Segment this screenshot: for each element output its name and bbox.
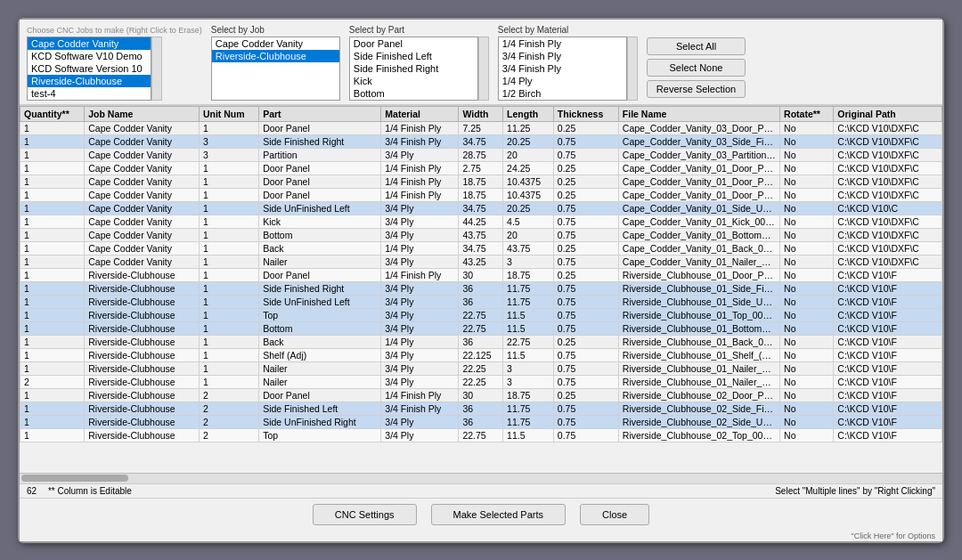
close-button[interactable]: Close (580, 504, 649, 525)
table-cell: Riverside-Clubhouse (85, 402, 200, 415)
table-cell: 1 (199, 121, 258, 134)
toolbar: Choose CNC Jobs to make (Right Click to … (20, 20, 942, 105)
side-buttons: Select All Select None Reverse Selection (647, 25, 746, 98)
table-row[interactable]: 1Riverside-Clubhouse1Bottom3/4 Ply22.751… (20, 321, 942, 335)
table-row[interactable]: 1Cape Codder Vanity3Side Finished Right3… (20, 134, 942, 148)
table-row[interactable]: 1Cape Codder Vanity1Door Panel1/4 Finish… (20, 188, 942, 201)
table-row[interactable]: 1Cape Codder Vanity1Door Panel1/4 Finish… (20, 174, 942, 188)
select-by-part-list[interactable]: Door PanelSide Finished LeftSide Finishe… (349, 37, 478, 101)
table-header: Quantity**Job NameUnit NumPartMaterialWi… (20, 106, 942, 121)
table-cell: No (780, 255, 834, 268)
table-row[interactable]: 1Riverside-Clubhouse2Side UnFinished Rig… (20, 415, 942, 428)
table-cell: Bottom (259, 228, 381, 241)
select-by-material-item[interactable]: 1/4 Ply (499, 75, 626, 87)
table-row[interactable]: 1Riverside-Clubhouse1Top3/4 Ply22.7511.5… (20, 308, 942, 321)
select-by-part-item[interactable]: Side Finished Right (350, 62, 477, 75)
table-row[interactable]: 1Riverside-Clubhouse1Shelf (Adj)3/4 Ply2… (20, 348, 942, 361)
table-cell: 1 (20, 174, 85, 188)
job-list-item[interactable]: test-4 (28, 87, 151, 100)
table-row[interactable]: 1Riverside-Clubhouse1Door Panel1/4 Finis… (20, 268, 942, 281)
table-cell: 11.5 (503, 308, 554, 321)
table-row[interactable]: 1Riverside-Clubhouse1Side Finished Right… (20, 281, 942, 295)
select-by-material-item[interactable]: 1/4 Finish Ply (499, 37, 626, 50)
table-row[interactable]: 1Cape Codder Vanity1Back1/4 Ply34.7543.7… (20, 241, 942, 255)
table-cell: 22.75 (503, 335, 554, 348)
table-cell: 1 (20, 228, 85, 241)
select-by-material-item[interactable]: 1/2 Birch (499, 87, 626, 100)
part-list-scrollbar[interactable] (478, 37, 489, 101)
hscroll-thumb[interactable] (21, 475, 128, 482)
select-by-part-item[interactable]: Kick (350, 75, 477, 87)
job-list-item[interactable]: Riverside-Clubhouse (28, 75, 151, 87)
table-row[interactable]: 1Riverside-Clubhouse1Nailer3/4 Ply22.253… (20, 361, 942, 375)
job-list[interactable]: Cape Codder VanityKCD Software V10 DemoK… (27, 37, 151, 101)
select-by-part-item[interactable]: Door Panel (350, 37, 477, 50)
select-none-button[interactable]: Select None (647, 59, 746, 77)
table-cell: Door Panel (259, 161, 381, 174)
select-by-material-label: Select by Material (498, 25, 638, 35)
cnc-settings-button[interactable]: CNC Settings (313, 504, 417, 525)
table-row[interactable]: 1Riverside-Clubhouse2Top3/4 Ply22.7511.5… (20, 428, 942, 442)
make-parts-button[interactable]: Make Selected Parts (431, 504, 567, 525)
table-cell: 0.75 (553, 375, 618, 388)
job-list-item[interactable]: KCD Software Version 10 (28, 62, 151, 75)
table-row[interactable]: 1Riverside-Clubhouse1Back1/4 Ply3622.750… (20, 335, 942, 348)
data-table-container[interactable]: Quantity**Job NameUnit NumPartMaterialWi… (20, 105, 942, 473)
job-list-item[interactable]: Cape Codder Vanity (28, 37, 151, 50)
table-cell: 1/4 Finish Ply (381, 161, 459, 174)
select-by-job-list[interactable]: Cape Codder VanityRiverside-Clubhouse (211, 37, 340, 101)
table-row[interactable]: 1Cape Codder Vanity1Bottom3/4 Ply43.7520… (20, 228, 942, 241)
table-row[interactable]: 1Cape Codder Vanity1Side UnFinished Left… (20, 201, 942, 215)
table-cell: C:\KCD V10\DXF\C (834, 215, 942, 228)
table-cell: 3 (199, 134, 258, 148)
table-cell: 1 (199, 174, 258, 188)
header-row: Quantity**Job NameUnit NumPartMaterialWi… (20, 106, 942, 121)
table-row[interactable]: 1Cape Codder Vanity1Nailer3/4 Ply43.2530… (20, 255, 942, 268)
select-by-material-list[interactable]: 1/4 Finish Ply3/4 Finish Ply3/4 Finish P… (498, 37, 627, 101)
table-cell: 1 (20, 121, 85, 134)
reverse-selection-button[interactable]: Reverse Selection (647, 80, 746, 98)
table-cell: 1 (20, 134, 85, 148)
table-row[interactable]: 1Cape Codder Vanity3Partition3/4 Ply28.7… (20, 148, 942, 161)
table-cell: Cape_Codder_Vanity_01_Door_Panel_001F.dx… (618, 161, 779, 174)
table-cell: 1 (20, 215, 85, 228)
table-cell: 0.75 (553, 428, 618, 442)
select-all-button[interactable]: Select All (647, 37, 746, 55)
table-cell: 0.75 (553, 348, 618, 361)
table-row[interactable]: 1Cape Codder Vanity1Kick3/4 Ply44.254.50… (20, 215, 942, 228)
table-cell: Riverside_Clubhouse_02_Door_Panel_001F.d… (618, 388, 779, 402)
table-row[interactable]: 1Riverside-Clubhouse2Door Panel1/4 Finis… (20, 388, 942, 402)
table-cell: 0.75 (553, 415, 618, 428)
job-list-scrollbar[interactable] (151, 37, 162, 101)
table-cell: 11.75 (503, 295, 554, 308)
table-cell: 1 (199, 361, 258, 375)
table-row[interactable]: 1Riverside-Clubhouse1Side UnFinished Lef… (20, 295, 942, 308)
material-list-scrollbar[interactable] (627, 37, 638, 101)
table-cell: C:\KCD V10\DXF\C (834, 188, 942, 201)
table-cell: Riverside_Clubhouse_02_Top_001F.dxf (618, 428, 779, 442)
table-cell: No (780, 428, 834, 442)
select-by-part-item[interactable]: Side Finished Left (350, 50, 477, 62)
table-row[interactable]: 1Cape Codder Vanity1Door Panel1/4 Finish… (20, 121, 942, 134)
select-by-part-item[interactable]: Bottom (350, 87, 477, 100)
horizontal-scrollbar[interactable] (20, 473, 942, 483)
select-by-material-item[interactable]: 3/4 Finish Ply (499, 50, 626, 62)
job-list-container: Cape Codder VanityKCD Software V10 DemoK… (27, 37, 202, 101)
select-by-job-item[interactable]: Cape Codder Vanity (212, 37, 339, 50)
table-row[interactable]: 2Riverside-Clubhouse1Nailer3/4 Ply22.253… (20, 375, 942, 388)
table-cell: 36 (459, 402, 503, 415)
table-cell: C:\KCD V10\F (834, 402, 942, 415)
table-cell: C:\KCD V10\C (834, 201, 942, 215)
table-cell: 28.75 (459, 148, 503, 161)
select-by-material-item[interactable]: 3/4 Finish Ply (499, 62, 626, 75)
select-by-job-item[interactable]: Riverside-Clubhouse (212, 50, 339, 62)
table-cell: 0.75 (553, 228, 618, 241)
table-cell: 0.75 (553, 255, 618, 268)
table-cell: Door Panel (259, 188, 381, 201)
select-by-material-section: Select by Material 1/4 Finish Ply3/4 Fin… (498, 25, 638, 101)
table-row[interactable]: 1Cape Codder Vanity1Door Panel1/4 Finish… (20, 161, 942, 174)
table-row[interactable]: 1Riverside-Clubhouse2Side Finished Left3… (20, 402, 942, 415)
table-cell: 1 (20, 161, 85, 174)
table-cell: 36 (459, 415, 503, 428)
job-list-item[interactable]: KCD Software V10 Demo (28, 50, 151, 62)
